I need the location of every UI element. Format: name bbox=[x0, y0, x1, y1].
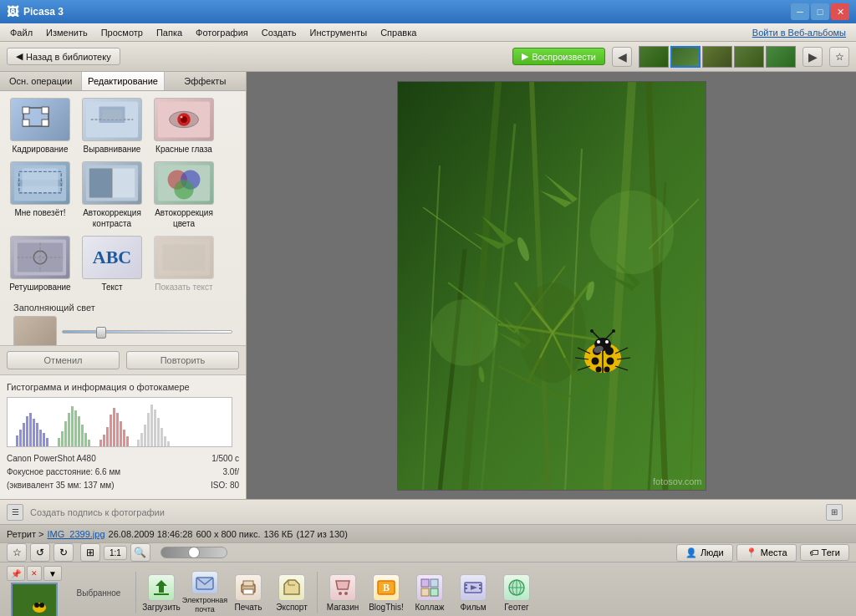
tool-redeye[interactable]: Красные глаза bbox=[150, 98, 217, 155]
tags-button[interactable]: 🏷 Теги bbox=[800, 544, 849, 561]
email-button[interactable]: Электронная почта bbox=[185, 571, 225, 614]
tool-contrast[interactable]: Автокоррекция контраста bbox=[79, 161, 145, 229]
minimize-button[interactable]: ─ bbox=[791, 3, 809, 20]
menu-folder[interactable]: Папка bbox=[150, 26, 189, 39]
upload-button[interactable]: Загрузить bbox=[141, 571, 181, 614]
tools-area: Кадрирование Выравнивание bbox=[0, 91, 246, 345]
star-button[interactable]: ☆ bbox=[829, 47, 849, 67]
tab-effects[interactable]: Эффекты bbox=[165, 72, 246, 90]
geo-button[interactable]: Геотег bbox=[497, 571, 537, 614]
fill-light-slider[interactable] bbox=[62, 330, 232, 333]
svg-rect-35 bbox=[23, 423, 25, 447]
svg-rect-33 bbox=[16, 435, 18, 447]
shop-button[interactable]: Магазин bbox=[323, 571, 363, 614]
tool-align[interactable]: Выравнивание bbox=[79, 98, 145, 155]
svg-rect-34 bbox=[19, 430, 22, 447]
menu-help[interactable]: Справка bbox=[374, 26, 423, 39]
svg-rect-58 bbox=[116, 413, 119, 447]
view-photo-button[interactable]: 🔍 bbox=[130, 543, 150, 562]
people-button[interactable]: 👤 Люди bbox=[676, 544, 733, 562]
print-icon bbox=[235, 574, 262, 601]
caption-left-icon[interactable]: ☰ bbox=[7, 504, 23, 521]
web-albums-link[interactable]: Войти в Веб-альбомы bbox=[752, 28, 853, 38]
bookmark-icon[interactable]: 📌 bbox=[7, 566, 25, 581]
close-button[interactable]: ✕ bbox=[831, 3, 849, 20]
maximize-button[interactable]: □ bbox=[811, 3, 829, 20]
thumbnail-2[interactable] bbox=[670, 46, 701, 68]
menu-create[interactable]: Создать bbox=[255, 26, 303, 39]
tool-color[interactable]: Автокоррекция цвета bbox=[150, 161, 217, 229]
svg-rect-55 bbox=[106, 427, 109, 447]
export-button[interactable]: Экспорт bbox=[272, 571, 312, 614]
thumbnail-5[interactable] bbox=[766, 46, 796, 68]
zoom-slider[interactable] bbox=[160, 547, 227, 558]
thumbnail-3[interactable] bbox=[702, 46, 732, 68]
thumbnail-1[interactable] bbox=[639, 46, 669, 68]
contrast-label: Автокоррекция контраста bbox=[79, 207, 145, 229]
repeat-button[interactable]: Повторить bbox=[126, 351, 239, 369]
effect-icon bbox=[154, 236, 214, 279]
places-icon: 📍 bbox=[746, 547, 757, 558]
back-to-library-button[interactable]: ◀ Назад в библиотеку bbox=[7, 48, 120, 65]
tool-lucky[interactable]: Мне повезёт! bbox=[7, 161, 74, 229]
menu-bar: Файл Изменить Просмотр Папка Фотография … bbox=[0, 23, 856, 42]
svg-rect-150 bbox=[465, 584, 467, 586]
menu-tools[interactable]: Инструменты bbox=[303, 26, 374, 39]
color-icon bbox=[154, 161, 214, 205]
text-icon: ABC bbox=[82, 236, 142, 279]
cancel-button[interactable]: Отменил bbox=[7, 351, 120, 369]
blogthis-button[interactable]: B BlogThis! bbox=[366, 571, 406, 614]
print-button[interactable]: Печать bbox=[228, 571, 268, 614]
tab-editing[interactable]: Редактирование bbox=[82, 72, 164, 90]
menu-photo[interactable]: Фотография bbox=[189, 26, 255, 39]
caption-right-icon[interactable]: ⊞ bbox=[826, 504, 843, 521]
tool-text[interactable]: ABC Текст bbox=[79, 236, 145, 293]
size-1to1-button[interactable]: 1:1 bbox=[104, 546, 127, 560]
places-button[interactable]: 📍 Места bbox=[736, 544, 797, 562]
thumbnail-4[interactable] bbox=[734, 46, 764, 68]
menu-file[interactable]: Файл bbox=[3, 26, 39, 39]
fill-light-label: Заполняющий свет bbox=[13, 303, 232, 313]
fill-light-thumb[interactable] bbox=[96, 327, 106, 339]
view-grid-button[interactable]: ⊞ bbox=[80, 543, 100, 562]
prev-thumbnail-button[interactable]: ◀ bbox=[612, 47, 632, 67]
tool-crop[interactable]: Кадрирование bbox=[7, 98, 74, 155]
film-button[interactable]: Фильм bbox=[453, 571, 493, 614]
tool-effect[interactable]: Показать текст bbox=[150, 236, 217, 293]
tools-row-3: Ретушированиe ABC Текст Показать bbox=[7, 236, 239, 293]
tab-basic-ops[interactable]: Осн. операции bbox=[0, 72, 82, 90]
export-label: Экспорт bbox=[276, 603, 308, 612]
upload-label: Загрузить bbox=[142, 603, 181, 612]
blogthis-label: BlogThis! bbox=[369, 603, 404, 612]
geo-icon bbox=[503, 574, 530, 601]
add-to-album-icon[interactable]: ▼ bbox=[43, 566, 62, 581]
play-button[interactable]: ▶ Воспроизвести bbox=[512, 48, 605, 65]
caption-input[interactable] bbox=[30, 507, 826, 517]
collage-label: Коллаж bbox=[415, 603, 444, 612]
zoom-thumb[interactable] bbox=[188, 547, 200, 558]
next-thumbnail-button[interactable]: ▶ bbox=[802, 47, 823, 67]
svg-rect-32 bbox=[163, 244, 206, 270]
remove-icon[interactable]: ✕ bbox=[27, 566, 42, 581]
window-title: Picasa 3 bbox=[23, 6, 64, 18]
star-favorite-button[interactable]: ☆ bbox=[7, 543, 27, 562]
menu-view[interactable]: Просмотр bbox=[94, 26, 150, 39]
svg-rect-64 bbox=[144, 425, 146, 447]
filename-link[interactable]: IMG_2399.jpg bbox=[47, 529, 104, 539]
rotate-cw-button[interactable]: ↻ bbox=[54, 543, 74, 562]
svg-rect-8 bbox=[102, 109, 121, 120]
svg-rect-42 bbox=[46, 438, 48, 447]
selected-thumbnail[interactable] bbox=[11, 583, 58, 616]
shop-icon bbox=[329, 574, 356, 601]
breadcrumb-path: Ретрит > bbox=[7, 529, 43, 539]
bottom-panel: ☆ ↺ ↻ ⊞ 1:1 🔍 👤 Люди 📍 Места 🏷 Теги bbox=[0, 542, 856, 616]
svg-rect-56 bbox=[110, 415, 112, 447]
svg-rect-68 bbox=[157, 418, 160, 447]
svg-rect-70 bbox=[164, 436, 166, 447]
svg-rect-152 bbox=[479, 584, 482, 586]
collage-button[interactable]: Коллаж bbox=[410, 571, 450, 614]
menu-edit[interactable]: Изменить bbox=[39, 26, 94, 39]
tool-retouch[interactable]: Ретушированиe bbox=[7, 236, 74, 293]
rotate-ccw-button[interactable]: ↺ bbox=[30, 543, 50, 562]
image-area: fotosov.com bbox=[247, 72, 856, 499]
